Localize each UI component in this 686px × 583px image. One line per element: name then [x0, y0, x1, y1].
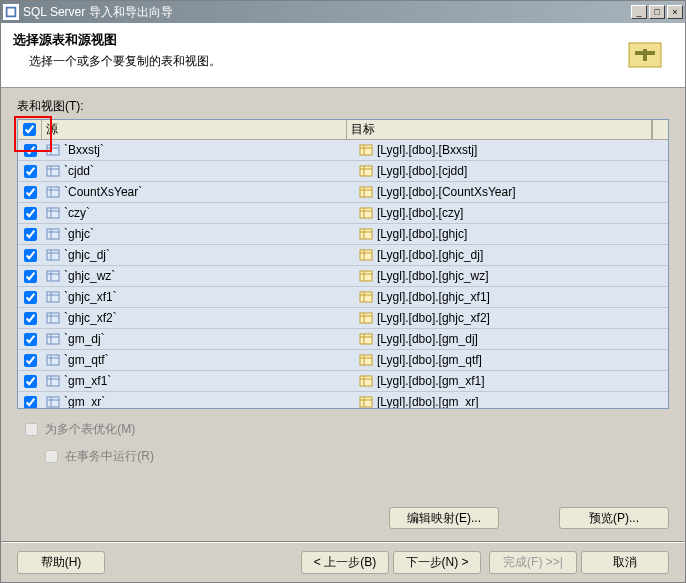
table-body[interactable]: `Bxxstj`[Lygl].[dbo].[Bxxstj]`cjdd`[Lygl… [18, 140, 668, 408]
svg-rect-5 [47, 145, 59, 155]
table-grid: 源 目标 `Bxxstj`[Lygl].[dbo].[Bxxstj]`cjdd`… [17, 119, 669, 409]
source-name: `gm_qtf` [64, 353, 109, 367]
target-name: [Lygl].[dbo].[CountXsYear] [377, 185, 516, 199]
target-name: [Lygl].[dbo].[gm_xf1] [377, 374, 485, 388]
select-all-cell[interactable] [18, 120, 42, 139]
select-all-checkbox[interactable] [23, 123, 36, 136]
row-checkbox[interactable] [24, 354, 37, 367]
table-icon [359, 311, 373, 325]
table-row[interactable]: `ghjc`[Lygl].[dbo].[ghjc] [18, 224, 668, 245]
mapping-buttons: 编辑映射(E)... 预览(P)... [1, 501, 685, 541]
target-name: [Lygl].[dbo].[ghjc_xf2] [377, 311, 490, 325]
svg-rect-14 [360, 166, 372, 176]
table-icon [46, 185, 60, 199]
target-name: [Lygl].[dbo].[Bxxstj] [377, 143, 477, 157]
table-header: 源 目标 [18, 120, 668, 140]
svg-rect-32 [360, 229, 372, 239]
wizard-window: SQL Server 导入和导出向导 _ □ × 选择源表和源视图 选择一个或多… [0, 0, 686, 583]
svg-rect-71 [47, 376, 59, 386]
target-name: [Lygl].[dbo].[ghjc_xf1] [377, 290, 490, 304]
edit-mapping-button[interactable]: 编辑映射(E)... [389, 507, 499, 529]
svg-rect-4 [635, 51, 655, 55]
table-row[interactable]: `gm_dj`[Lygl].[dbo].[gm_dj] [18, 329, 668, 350]
svg-rect-74 [360, 376, 372, 386]
svg-rect-62 [360, 334, 372, 344]
target-name: [Lygl].[dbo].[ghjc] [377, 227, 467, 241]
column-target[interactable]: 目标 [347, 120, 652, 139]
window-title: SQL Server 导入和导出向导 [23, 4, 173, 21]
table-icon [359, 332, 373, 346]
svg-rect-68 [360, 355, 372, 365]
source-name: `gm_xr` [64, 395, 105, 408]
row-checkbox[interactable] [24, 333, 37, 346]
table-row[interactable]: `Bxxstj`[Lygl].[dbo].[Bxxstj] [18, 140, 668, 161]
target-name: [Lygl].[dbo].[gm_xr] [377, 395, 479, 408]
cancel-button[interactable]: 取消 [581, 551, 669, 574]
table-row[interactable]: `gm_qtf`[Lygl].[dbo].[gm_qtf] [18, 350, 668, 371]
row-checkbox[interactable] [24, 165, 37, 178]
table-row[interactable]: `gm_xf1`[Lygl].[dbo].[gm_xf1] [18, 371, 668, 392]
table-icon [46, 227, 60, 241]
finish-button: 完成(F) >>| [489, 551, 577, 574]
table-icon [359, 269, 373, 283]
svg-rect-11 [47, 166, 59, 176]
svg-rect-44 [360, 271, 372, 281]
row-checkbox[interactable] [24, 312, 37, 325]
table-icon [359, 143, 373, 157]
table-icon [46, 143, 60, 157]
preview-button[interactable]: 预览(P)... [559, 507, 669, 529]
svg-rect-59 [47, 334, 59, 344]
row-checkbox[interactable] [24, 375, 37, 388]
svg-rect-26 [360, 208, 372, 218]
row-checkbox[interactable] [24, 186, 37, 199]
row-checkbox[interactable] [24, 144, 37, 157]
footer: 帮助(H) < 上一步(B) 下一步(N) > 完成(F) >>| 取消 [1, 543, 685, 582]
svg-rect-56 [360, 313, 372, 323]
table-row[interactable]: `ghjc_dj`[Lygl].[dbo].[ghjc_dj] [18, 245, 668, 266]
minimize-button[interactable]: _ [631, 5, 647, 19]
table-icon [359, 185, 373, 199]
svg-rect-20 [360, 187, 372, 197]
table-row[interactable]: `cjdd`[Lygl].[dbo].[cjdd] [18, 161, 668, 182]
row-checkbox[interactable] [24, 291, 37, 304]
table-icon [359, 164, 373, 178]
source-name: `gm_xf1` [64, 374, 111, 388]
table-row[interactable]: `CountXsYear`[Lygl].[dbo].[CountXsYear] [18, 182, 668, 203]
help-button[interactable]: 帮助(H) [17, 551, 105, 574]
table-label: 表和视图(T): [17, 98, 669, 115]
row-checkbox[interactable] [24, 396, 37, 409]
row-checkbox[interactable] [24, 207, 37, 220]
target-name: [Lygl].[dbo].[gm_qtf] [377, 353, 482, 367]
row-checkbox[interactable] [24, 228, 37, 241]
table-icon [359, 353, 373, 367]
page-title: 选择源表和源视图 [13, 31, 621, 49]
next-button[interactable]: 下一步(N) > [393, 551, 481, 574]
maximize-button[interactable]: □ [649, 5, 665, 19]
column-source[interactable]: 源 [42, 120, 347, 139]
table-icon [359, 290, 373, 304]
source-name: `CountXsYear` [64, 185, 142, 199]
table-icon [359, 395, 373, 408]
row-checkbox[interactable] [24, 270, 37, 283]
source-name: `gm_dj` [64, 332, 105, 346]
table-row[interactable]: `ghjc_xf1`[Lygl].[dbo].[ghjc_xf1] [18, 287, 668, 308]
svg-rect-38 [360, 250, 372, 260]
table-row[interactable]: `ghjc_xf2`[Lygl].[dbo].[ghjc_xf2] [18, 308, 668, 329]
close-button[interactable]: × [667, 5, 683, 19]
source-name: `ghjc_dj` [64, 248, 110, 262]
table-row[interactable]: `czy`[Lygl].[dbo].[czy] [18, 203, 668, 224]
target-name: [Lygl].[dbo].[ghjc_wz] [377, 269, 489, 283]
table-icon [359, 206, 373, 220]
row-checkbox[interactable] [24, 249, 37, 262]
table-icon [46, 269, 60, 283]
svg-rect-80 [360, 397, 372, 407]
back-button[interactable]: < 上一步(B) [301, 551, 389, 574]
svg-rect-8 [360, 145, 372, 155]
table-row[interactable]: `gm_xr`[Lygl].[dbo].[gm_xr] [18, 392, 668, 408]
svg-rect-53 [47, 313, 59, 323]
table-row[interactable]: `ghjc_wz`[Lygl].[dbo].[ghjc_wz] [18, 266, 668, 287]
table-icon [46, 164, 60, 178]
svg-rect-77 [47, 397, 59, 407]
table-icon [46, 248, 60, 262]
svg-rect-41 [47, 271, 59, 281]
